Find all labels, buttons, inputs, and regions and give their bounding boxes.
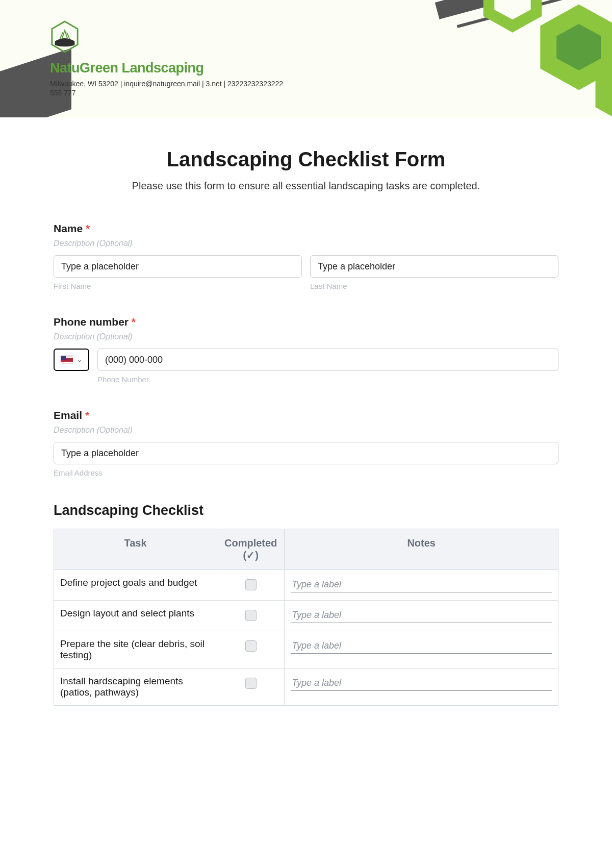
header-region: NatuGreen Landscaping Milwaukee, WI 5320…: [0, 0, 612, 117]
phone-sublabel: Phone Number: [97, 375, 558, 384]
first-name-sublabel: First Name: [54, 282, 302, 290]
name-description: Description (Optional): [54, 239, 558, 248]
country-code-select[interactable]: ⌄: [54, 349, 89, 371]
name-label: Name *: [54, 222, 558, 235]
checkbox[interactable]: [245, 678, 257, 689]
form-content: Landscaping Checklist Form Please use th…: [0, 117, 612, 726]
table-row: Design layout and select plants: [54, 601, 558, 631]
header-decor-right: [372, 0, 612, 117]
task-cell: Prepare the site (clear debris, soil tes…: [54, 631, 217, 668]
phone-field: Phone number * Description (Optional) ⌄ …: [54, 316, 558, 384]
phone-label: Phone number *: [54, 316, 558, 328]
first-name-input[interactable]: [54, 255, 302, 278]
completed-cell: [217, 668, 285, 706]
required-asterisk: *: [132, 316, 136, 328]
required-asterisk: *: [86, 222, 90, 234]
notes-cell: [285, 631, 558, 668]
completed-cell: [217, 631, 285, 668]
table-row: Install hardscaping elements (patios, pa…: [54, 668, 558, 706]
phone-input[interactable]: [97, 349, 558, 371]
task-cell: Install hardscaping elements (patios, pa…: [54, 668, 217, 706]
notes-input[interactable]: [291, 608, 552, 623]
checklist-title: Landscaping Checklist: [54, 503, 558, 518]
notes-cell: [285, 570, 558, 601]
form-title: Landscaping Checklist Form: [54, 148, 558, 171]
task-cell: Design layout and select plants: [54, 601, 217, 631]
chevron-down-icon: ⌄: [77, 356, 82, 363]
checkbox[interactable]: [245, 640, 257, 652]
email-description: Description (Optional): [54, 426, 558, 435]
notes-input[interactable]: [291, 676, 552, 691]
email-sublabel: Email Address: [54, 468, 558, 477]
completed-cell: [217, 570, 285, 601]
checkbox[interactable]: [245, 610, 257, 621]
notes-input[interactable]: [291, 577, 552, 592]
col-task: Task: [54, 529, 217, 570]
company-name: NatuGreen Landscaping: [50, 60, 295, 76]
phone-description: Description (Optional): [54, 332, 558, 341]
col-completed: Completed (✓): [217, 529, 285, 570]
completed-cell: [217, 601, 285, 631]
hexagon-icon: [592, 46, 612, 117]
email-field: Email * Description (Optional) Email Add…: [54, 409, 558, 477]
last-name-input[interactable]: [310, 255, 558, 278]
table-row: Prepare the site (clear debris, soil tes…: [54, 631, 558, 668]
company-contact-line: Milwaukee, WI 53202 | inquire@natugreen.…: [50, 79, 295, 97]
form-subtitle: Please use this form to ensure all essen…: [54, 180, 558, 192]
task-cell: Define project goals and budget: [54, 570, 217, 601]
checklist-table: Task Completed (✓) Notes Define project …: [54, 529, 558, 706]
col-notes: Notes: [285, 529, 558, 570]
required-asterisk: *: [85, 409, 89, 421]
us-flag-icon: [61, 356, 73, 364]
svg-marker-5: [52, 21, 78, 52]
email-input[interactable]: [54, 442, 558, 464]
email-label: Email *: [54, 409, 558, 421]
logo-icon: [50, 20, 80, 53]
logo-block: NatuGreen Landscaping Milwaukee, WI 5320…: [50, 20, 295, 97]
notes-cell: [285, 668, 558, 706]
notes-input[interactable]: [291, 638, 552, 654]
name-field: Name * Description (Optional) First Name…: [54, 222, 558, 290]
notes-cell: [285, 601, 558, 631]
last-name-sublabel: Last Name: [310, 282, 558, 290]
table-row: Define project goals and budget: [54, 570, 558, 601]
checkbox[interactable]: [245, 579, 257, 590]
svg-marker-4: [596, 50, 613, 118]
